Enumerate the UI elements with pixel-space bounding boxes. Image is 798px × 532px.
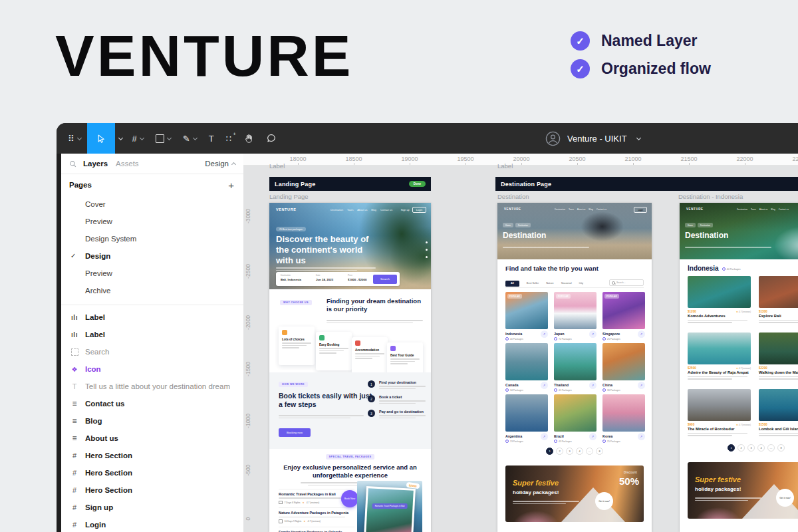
layer-item[interactable]: Hero Section xyxy=(61,481,243,499)
destination-card: POPULAR Japan 72 Packages ↗ xyxy=(554,292,597,339)
layers-list: Label Label Search Icon xyxy=(61,309,243,532)
move-tool-button[interactable] xyxy=(87,123,115,154)
calendar-icon xyxy=(279,501,283,505)
shape-tool-button[interactable] xyxy=(150,123,177,154)
booking-button: Booking now xyxy=(279,428,311,437)
divider xyxy=(61,305,243,305)
destination-title-bar[interactable]: Destination Page xyxy=(495,177,798,191)
pen-tool-button[interactable]: ✎ xyxy=(177,123,203,154)
destination-indonesia-frame[interactable]: VENTURE DestinationToursAbout usBlogCont… xyxy=(680,203,798,532)
layer-item[interactable]: Label xyxy=(61,309,243,326)
ruler-tick-label: 20500 xyxy=(549,154,605,165)
chevron-down-icon xyxy=(636,135,641,140)
nav-link: Blog xyxy=(771,208,775,211)
frame-tool-button[interactable]: # xyxy=(126,123,150,154)
location-pin-icon xyxy=(602,388,606,392)
star-icon: ★ xyxy=(736,424,738,426)
hero-title: Destination xyxy=(685,231,728,240)
frame-icon xyxy=(69,447,80,464)
dashed-frame-icon xyxy=(71,348,78,356)
location-pin-icon xyxy=(554,388,557,392)
tour-price: $900 xyxy=(688,423,694,426)
frame-title-destination[interactable]: Destination xyxy=(497,193,529,200)
page-item[interactable]: Preview xyxy=(61,265,243,282)
page-item[interactable]: Cover xyxy=(61,196,243,213)
pages-list: Cover Preview Design System ✓ Des xyxy=(61,196,243,299)
move-tool-chevron[interactable] xyxy=(115,123,126,154)
step-item: 1 Find your destination xyxy=(368,380,426,389)
frame-title-indonesia[interactable]: Destination - Indonesia xyxy=(678,193,743,200)
tour-photo xyxy=(759,389,798,421)
nav-link: Contact us xyxy=(380,209,392,211)
mode-selector[interactable]: Design xyxy=(205,160,235,168)
calendar-icon xyxy=(279,519,283,523)
main-menu-button[interactable]: ⠿ xyxy=(62,123,87,154)
layer-item[interactable]: Hero Section xyxy=(61,447,243,464)
destination-card: Argentina 23 Packages ↗ xyxy=(505,394,548,442)
layer-item[interactable]: Hero Section xyxy=(61,464,243,481)
project-title: Venture - UIKIT xyxy=(567,134,627,144)
card-arrow-button: ↗ xyxy=(589,331,597,338)
layer-item[interactable]: About us xyxy=(61,430,243,447)
resources-tool-button[interactable]: ∷+ xyxy=(220,123,237,154)
feature-card: Accommodation xyxy=(352,337,388,372)
site-nav: DestinationToursAbout usBlogContact us xyxy=(331,209,392,211)
card-arrow-button: ↗ xyxy=(589,433,597,440)
destination-page-frame[interactable]: VENTURE DestinationToursAbout usBlogCont… xyxy=(497,203,652,532)
search-icon[interactable] xyxy=(69,160,76,168)
layer-item[interactable]: Contact us xyxy=(61,395,243,412)
comment-bubble-icon xyxy=(266,133,277,144)
hand-tool-button[interactable] xyxy=(237,123,260,154)
ruler-tick-label: 22500 xyxy=(773,154,798,165)
add-page-button[interactable]: + xyxy=(228,180,234,191)
feature-item: ✓ Organized flow xyxy=(571,59,711,78)
ruler-tick-label: -1000 xyxy=(245,408,251,434)
text-tool-button[interactable]: T xyxy=(203,123,220,154)
frame-title-landing[interactable]: Landing Page xyxy=(269,193,309,200)
page-item[interactable]: Archive xyxy=(61,282,243,299)
why-choose-us-section: WHY CHOOSE US Finding your dream destina… xyxy=(269,289,431,372)
component-icon xyxy=(69,360,80,378)
page-item[interactable]: Preview xyxy=(61,213,243,230)
frame-icon xyxy=(69,516,80,532)
breadcrumb: Home Destination xyxy=(503,223,531,227)
page-item[interactable]: Design System xyxy=(61,230,243,247)
destination-photo xyxy=(602,394,645,432)
signup-link: Sign up xyxy=(401,209,410,211)
layer-item[interactable]: Search xyxy=(61,343,243,360)
tour-price: $2200 xyxy=(759,366,767,370)
landing-title-bar[interactable]: Landing Page Done xyxy=(269,177,431,191)
layer-item[interactable]: Login xyxy=(61,516,243,532)
paragraph-placeholder xyxy=(685,245,771,248)
nav-link: Tours xyxy=(751,208,756,211)
ruler-tick-label: -2500 xyxy=(245,258,251,285)
check-icon: ✓ xyxy=(571,31,590,51)
login-button: Login xyxy=(634,207,647,213)
layer-item[interactable]: Sign up xyxy=(61,499,243,516)
feature-cards: Lots of choices Easy Booking xyxy=(269,289,431,372)
get-it-now-button: Get it now! xyxy=(595,492,613,510)
destination-photo xyxy=(602,343,645,380)
landing-page-frame[interactable]: VENTURE DestinationToursAbout usBlogCont… xyxy=(269,203,431,532)
layer-item[interactable]: Tell us a little about your destination … xyxy=(61,378,243,395)
tab-layers[interactable]: Layers xyxy=(83,160,108,168)
tab-assets[interactable]: Assets xyxy=(116,160,139,168)
paragraph-placeholder xyxy=(513,499,579,504)
popular-badge: POPULAR xyxy=(556,294,571,299)
comment-tool-button[interactable] xyxy=(260,123,283,154)
nav-link: Blog xyxy=(371,209,376,211)
filter-tab: Best Seller xyxy=(527,282,539,285)
tour-card: $2500 ★ 4.7 (reviews) Admire the Beauty … xyxy=(688,332,751,384)
hero-search-button: Search xyxy=(373,275,397,284)
layer-item[interactable]: Icon xyxy=(61,360,243,378)
frame-tool-icon: # xyxy=(132,134,137,144)
project-title-group[interactable]: Venture - UIKIT xyxy=(545,123,640,154)
tour-price: $1500 xyxy=(759,423,767,426)
layer-item[interactable]: Blog xyxy=(61,412,243,430)
search-input: Search... xyxy=(609,279,644,286)
canvas[interactable]: 1800018500190001950020000205002100021500… xyxy=(243,154,798,532)
layer-item[interactable]: Label xyxy=(61,326,243,343)
page-item[interactable]: ✓ Design xyxy=(61,247,243,265)
frame-icon xyxy=(69,481,80,499)
how-we-work-section: HOW WE WORK Book tickets easily with jus… xyxy=(269,372,431,449)
